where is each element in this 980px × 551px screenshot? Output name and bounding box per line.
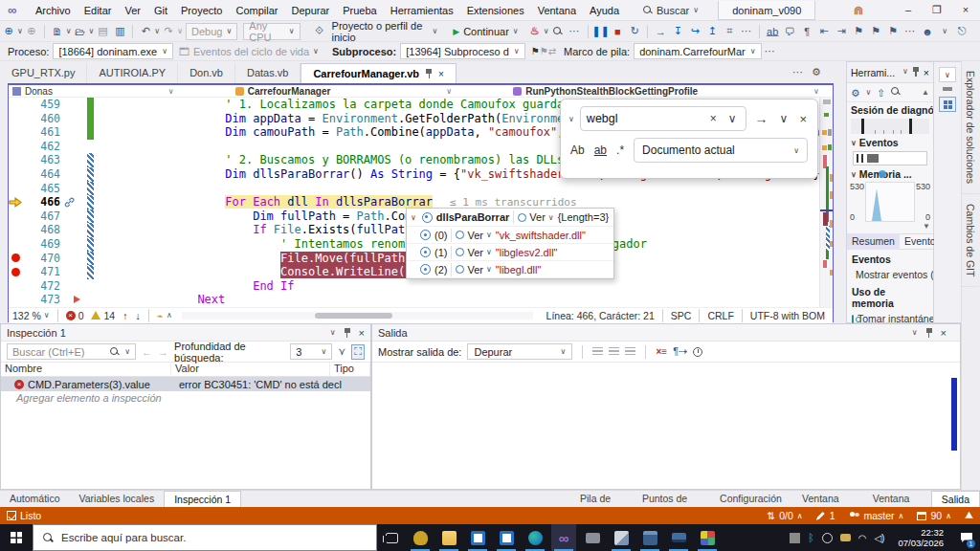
output-source-combo[interactable]: Depurar∨ [467,343,572,360]
view-link[interactable]: Ver∨ [456,230,491,241]
breakpoint-margin[interactable] [9,195,24,209]
quick-search[interactable]: Buscar ∨ [635,2,706,19]
menu-item[interactable]: Prueba [336,0,383,21]
regex-toggle[interactable]: .* [616,143,624,157]
chevron-down-icon[interactable]: ∨ [124,347,130,356]
bookmark-icon[interactable]: ⚑ [851,23,866,40]
warning-count[interactable]: 14 [91,310,115,321]
action-center-button[interactable]: 1 [957,524,976,551]
pause-icon[interactable]: ❚❚ [592,23,608,40]
process-combo[interactable]: [18664] doninam.exe∨ [53,43,173,59]
gear-icon[interactable]: ⚙ [812,66,821,78]
step-over-icon[interactable]: ↪ [687,23,702,40]
pin-icon[interactable] [912,67,920,77]
next-result-icon[interactable]: → [158,346,168,358]
flag-icon[interactable]: ⚑ [531,46,540,56]
search-scope-combo[interactable]: Documento actual∨ [634,138,808,163]
menu-item[interactable]: Editar [78,0,119,21]
match-case-toggle[interactable]: Ab [570,143,585,157]
auto-hide-tab[interactable]: Cambios de GIT [962,194,979,287]
view-link[interactable]: Ver∨ [456,264,491,276]
taskbar-app-ssms[interactable] [408,524,433,551]
step-out-icon[interactable]: ↥ [704,23,720,40]
export-icon[interactable]: ⇧ [877,87,885,99]
format-toggle-icon[interactable]: ⛶ [351,344,365,360]
chevron-down-icon[interactable]: ∨ [912,328,918,337]
continue-button[interactable]: ▶Continuar∨ [448,23,523,40]
menu-item[interactable]: Depurar [284,0,336,21]
lifecycle-events-button[interactable]: 🗔Eventos del ciclo de vida∨ [179,46,319,57]
new-file-icon[interactable]: 🗎 [50,23,65,40]
frozen-threads-icon[interactable]: ⇄ [548,46,556,56]
taskbar-app-edge[interactable] [523,524,547,551]
wifi-icon[interactable]: ◠ [858,533,867,543]
chevron-down-icon[interactable]: ∨ [177,27,183,35]
chevron-down-icon[interactable]: ∨ [942,27,947,35]
taskbar-app-screen[interactable] [580,524,605,551]
flag-outline-icon[interactable]: ⚑ [540,46,548,56]
globe-icon[interactable] [822,533,833,543]
document-tab[interactable]: AUTIROIA.PY × [87,63,178,83]
layout-grid-icon[interactable] [939,97,956,112]
configuration-combo[interactable]: Debug∨ [186,23,237,40]
view-link[interactable]: Ver∨ [518,211,553,223]
chevron-down-icon[interactable]: ∨ [446,87,452,96]
error-count[interactable]: ×0 [66,310,84,321]
editor-scrollbar[interactable] [819,98,833,307]
chevron-down-icon[interactable]: ∨ [813,87,819,96]
clear-icon[interactable]: × [707,112,720,125]
view-link[interactable]: Ver∨ [456,247,491,258]
taskbar-app-window-2[interactable] [494,524,519,551]
breakpoint-margin[interactable] [9,98,24,112]
auto-hide-tab[interactable]: Explorador de soluciones [962,61,979,194]
breakpoint-margin[interactable] [9,293,24,307]
breakpoint-margin[interactable] [9,237,24,252]
depth-combo[interactable]: 3∨ [290,343,332,360]
tray-app-icon[interactable] [790,533,800,543]
breakpoint-margin[interactable] [9,279,24,294]
chevron-down-icon[interactable]: ∨ [902,67,908,78]
menu-item[interactable]: Archivo [29,0,78,21]
toolbar-overflow[interactable]: ⋯ [568,23,583,40]
next-message-icon[interactable] [609,347,619,356]
scroll-down-icon[interactable]: ▼ [847,222,933,231]
breakpoint-margin[interactable] [9,252,24,266]
pin-eye-icon[interactable] [422,212,433,223]
live-share-icon[interactable]: ⎋ [954,23,969,40]
datatip-item[interactable]: (2) Ver∨ "libegl.dll" [407,261,613,278]
feedback-icon[interactable]: ☻ [920,23,935,40]
clear-output-lines-icon[interactable] [625,347,635,356]
account-avatar-icon[interactable]: ⋒ [854,4,869,17]
document-tab[interactable]: Don.vb × [178,63,235,83]
undo-icon[interactable]: ↶ [138,23,153,40]
breakpoint-margin[interactable] [9,140,24,154]
indent-decrease-icon[interactable]: ⇤ [816,23,832,40]
show-next-statement-icon[interactable]: → [653,23,668,40]
close-panel-icon[interactable]: × [359,327,365,339]
issues-badge[interactable]: 90∧ [917,510,951,521]
chevron-down-icon[interactable]: ∨ [66,27,72,35]
breakpoint-margin[interactable] [9,125,24,140]
column-nombre[interactable]: Nombre [1,363,171,376]
chevron-down-icon[interactable]: ∨ [939,67,956,82]
startup-project-combo[interactable]: ⟐Proyecto o perfil de inicio∨ [306,23,443,40]
taskbar-app-window-1[interactable] [465,524,490,551]
indent-increase-icon[interactable]: ⇥ [834,23,849,40]
text-overflow[interactable]: ⋯ [902,23,918,40]
session-timeline[interactable] [851,119,929,134]
menu-item[interactable]: Herramientas [384,0,460,21]
pending-changes[interactable]: 1 [816,510,835,521]
hot-reload-icon[interactable]: ♨ [527,23,543,40]
thread-combo[interactable]: [13964] Subproceso d∨ [400,43,525,59]
redo-icon[interactable]: ↷ [161,23,176,40]
current-branch[interactable]: master∧ [849,510,904,521]
breakpoint-margin[interactable] [9,167,24,182]
debugbar-overflow[interactable]: ⋯ [763,43,778,60]
events-section-header[interactable]: ∨Eventos [847,135,933,150]
close-button[interactable]: × [951,0,980,21]
close-tab-icon[interactable]: × [438,64,444,84]
menu-item[interactable]: Ayuda [583,0,626,21]
parallel-stacks-icon[interactable]: ⌗ [722,23,737,40]
pin-eye-icon[interactable] [420,230,431,240]
prev-issue-icon[interactable]: ↑ [122,310,127,321]
